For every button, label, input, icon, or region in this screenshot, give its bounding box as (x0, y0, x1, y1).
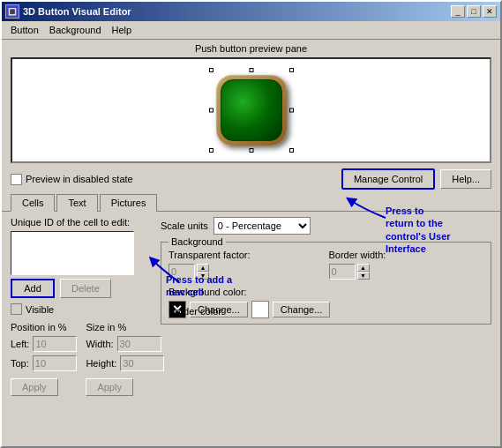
width-field-row: Width: (86, 336, 164, 352)
menu-bar: Button Background Help (2, 21, 500, 40)
size-label: Size in % (86, 322, 164, 332)
apply-size-button[interactable]: Apply (86, 378, 133, 396)
scale-label: Scale units (161, 220, 208, 231)
transparent-label: Transparent factor: (169, 250, 324, 260)
bg-color-label: Background color: (169, 287, 247, 297)
left-input[interactable] (33, 336, 77, 352)
background-group-title: Background (169, 236, 226, 247)
menu-button[interactable]: Button (5, 23, 44, 37)
scale-row: Scale units 0 - Percentage 1 - Pixels (161, 217, 491, 235)
background-group: Background Transparent factor: ▲ ▼ (161, 242, 491, 325)
tab-pictures[interactable]: Pictures (100, 194, 158, 212)
transparent-spin-down[interactable]: ▼ (197, 272, 209, 280)
preview-label: Push button preview pane (11, 43, 491, 54)
unique-id-label: Unique ID of the cell to edit: (11, 217, 152, 228)
border-width-input[interactable] (329, 264, 356, 280)
handle-bottom-left (209, 148, 214, 153)
help-button[interactable]: Help... (440, 169, 491, 189)
visible-checkbox[interactable] (11, 303, 22, 315)
tab-text[interactable]: Text (56, 194, 97, 212)
border-width-spin-down[interactable]: ▼ (357, 272, 370, 280)
transparent-spinner: ▲ ▼ (197, 264, 209, 280)
border-color-swatch (251, 301, 269, 318)
window-title: 3D Button Visual Editor (23, 6, 451, 17)
close-button[interactable]: ✕ (483, 5, 497, 18)
minimize-button[interactable]: _ (451, 5, 465, 18)
delete-button[interactable]: Delete (60, 279, 111, 298)
visible-label: Visible (26, 304, 54, 315)
height-field-row: Height: (86, 355, 164, 371)
handle-bottom-middle (249, 148, 253, 153)
title-bar: 🔳 3D Button Visual Editor _ □ ✕ (2, 2, 500, 21)
button-preview-container (216, 75, 287, 146)
preview-area (11, 57, 491, 163)
height-label: Height: (86, 358, 116, 369)
border-width-spinner: ▲ ▼ (357, 264, 370, 280)
tabs-row: Cells Text Pictures (2, 191, 500, 212)
apply-size-row: Apply (86, 378, 164, 396)
manage-control-button[interactable]: Manage Control (341, 168, 435, 190)
border-width-label: Border width: (329, 250, 484, 260)
handle-top-left (209, 68, 214, 72)
right-panel: Scale units 0 - Percentage 1 - Pixels Ba… (161, 217, 491, 396)
top-input[interactable] (33, 355, 77, 371)
bg-grid: Transparent factor: ▲ ▼ Border width: (169, 250, 483, 280)
preview-disabled-label: Preview in disabled state (26, 174, 133, 184)
visible-row: Visible (11, 303, 152, 315)
left-field-row: Left: (11, 336, 77, 352)
border-color-label: Border color: (169, 306, 224, 317)
apply-position-button[interactable]: Apply (11, 378, 58, 396)
height-input[interactable] (120, 355, 164, 371)
disabled-state-row: Preview in disabled state Manage Control… (2, 167, 500, 191)
transparent-input-row: ▲ ▼ (169, 264, 324, 280)
transparent-input[interactable] (169, 264, 195, 280)
maximize-button[interactable]: □ (467, 5, 481, 18)
top-field-row: Top: (11, 355, 77, 371)
add-delete-row: Add Delete (11, 279, 152, 298)
change-border-color-button[interactable]: Change... (273, 302, 331, 317)
width-label: Width: (86, 339, 113, 349)
button-3d-preview[interactable] (216, 75, 287, 146)
title-bar-buttons: _ □ ✕ (451, 5, 497, 18)
main-panel: Unique ID of the cell to edit: Add Delet… (2, 212, 500, 401)
add-button[interactable]: Add (11, 279, 55, 298)
position-label: Position in % (11, 322, 77, 332)
position-group: Position in % Left: Top: Apply (11, 322, 77, 396)
top-label: Top: (11, 358, 29, 369)
main-window: 🔳 3D Button Visual Editor _ □ ✕ Button B… (0, 0, 502, 448)
transparent-factor-group: Transparent factor: ▲ ▼ (169, 250, 324, 280)
button-3d-inner (221, 79, 282, 141)
handle-bottom-right (289, 148, 294, 153)
bg-color-section: Background color: ✕ Change... Change... (169, 287, 483, 302)
border-width-input-row: ▲ ▼ (329, 264, 484, 280)
handle-middle-right (289, 108, 294, 113)
menu-background[interactable]: Background (44, 23, 107, 37)
transparent-spin-up[interactable]: ▲ (197, 264, 209, 272)
handle-top-right (289, 68, 294, 72)
border-width-group: Border width: ▲ ▼ (329, 250, 484, 280)
preview-pane: Push button preview pane (2, 40, 500, 167)
window-icon: 🔳 (5, 4, 19, 19)
size-group: Size in % Width: Height: Apply (86, 322, 164, 396)
left-panel: Unique ID of the cell to edit: Add Delet… (11, 217, 152, 396)
left-label: Left: (11, 339, 29, 349)
width-input[interactable] (117, 336, 161, 352)
menu-help[interactable]: Help (107, 23, 138, 37)
border-width-spin-up[interactable]: ▲ (357, 264, 370, 272)
cell-list[interactable] (11, 231, 134, 275)
preview-disabled-checkbox[interactable] (11, 174, 22, 185)
tab-cells[interactable]: Cells (11, 194, 55, 212)
pos-size-row: Position in % Left: Top: Apply Size in % (11, 322, 152, 396)
apply-pos-row: Apply (11, 378, 77, 396)
handle-middle-left (209, 108, 214, 113)
scale-select[interactable]: 0 - Percentage 1 - Pixels (214, 217, 311, 235)
handle-top-middle (249, 68, 253, 72)
